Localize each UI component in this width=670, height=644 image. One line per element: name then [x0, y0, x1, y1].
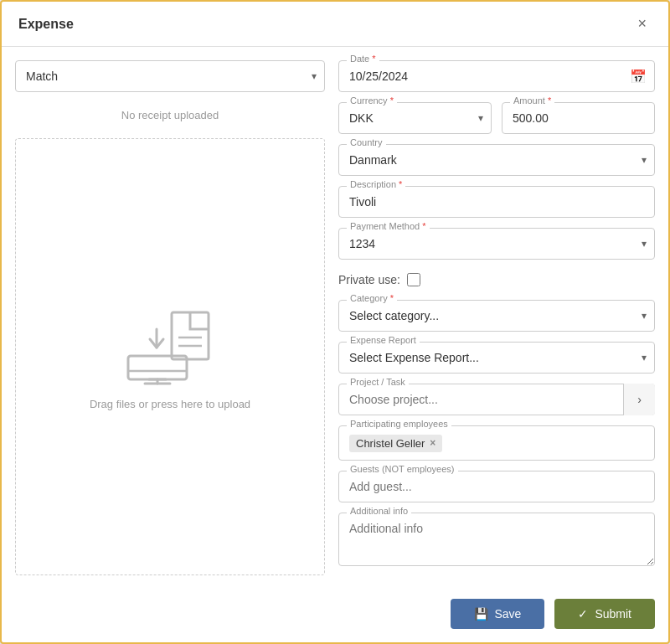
expense-report-label: Expense Report	[347, 335, 420, 345]
employee-name: Christel Geller	[356, 437, 425, 450]
participating-field-group: Participating employees Christel Geller …	[338, 425, 655, 461]
payment-method-field-group: Payment Method * 1234 ▾	[338, 228, 655, 260]
employees-field: Christel Geller ×	[338, 425, 655, 461]
category-field-group: Category * Select category... ▾	[338, 300, 655, 332]
right-panel: Date * 📅 Currency * DKK ▾	[338, 60, 655, 575]
project-arrow-button[interactable]: ›	[623, 384, 655, 415]
category-select[interactable]: Select category...	[338, 300, 655, 332]
guests-input[interactable]	[338, 471, 655, 502]
project-task-input[interactable]	[338, 384, 655, 415]
guests-field-group: Guests (NOT employees)	[338, 471, 655, 502]
check-icon: ✓	[578, 607, 588, 621]
dialog-body: Match ▾ No receipt uploaded	[2, 47, 668, 589]
description-label: Description *	[347, 179, 405, 189]
amount-input[interactable]	[502, 102, 655, 134]
save-icon: 💾	[474, 607, 488, 621]
additional-info-field-group: Additional info	[338, 513, 655, 569]
amount-field-group: Amount *	[502, 102, 655, 134]
dialog-header: Expense ×	[2, 2, 668, 47]
category-label: Category *	[347, 293, 397, 303]
submit-button[interactable]: ✓ Submit	[554, 599, 655, 629]
expense-report-select[interactable]: Select Expense Report...	[338, 342, 655, 374]
project-task-label: Project / Task	[347, 377, 409, 387]
date-input[interactable]	[338, 60, 655, 92]
country-field-group: Country Danmark ▾	[338, 144, 655, 176]
country-label: Country	[347, 137, 386, 147]
currency-amount-row: Currency * DKK ▾ Amount *	[338, 102, 655, 134]
no-receipt-text: No receipt uploaded	[15, 102, 325, 128]
description-field-group: Description *	[338, 186, 655, 218]
date-field-group: Date * 📅	[338, 60, 655, 92]
private-use-checkbox[interactable]	[407, 273, 420, 286]
payment-method-label: Payment Method *	[347, 221, 430, 231]
payment-method-select[interactable]: 1234	[338, 228, 655, 260]
upload-text: Drag files or press here to upload	[90, 398, 250, 410]
additional-info-label: Additional info	[347, 506, 411, 516]
upload-icon	[120, 304, 220, 388]
description-input[interactable]	[338, 186, 655, 218]
dialog-footer: 💾 Save ✓ Submit	[2, 589, 668, 642]
save-button[interactable]: 💾 Save	[451, 599, 545, 629]
amount-label: Amount *	[510, 95, 554, 106]
close-button[interactable]: ×	[632, 13, 652, 34]
expense-report-field-group: Expense Report Select Expense Report... …	[338, 342, 655, 374]
expense-dialog: Expense × Match ▾ No receipt uploaded	[0, 0, 670, 644]
left-panel: Match ▾ No receipt uploaded	[15, 60, 325, 575]
currency-field-group: Currency * DKK ▾	[338, 102, 492, 134]
match-select-wrapper: Match ▾	[15, 60, 325, 92]
match-select[interactable]: Match	[15, 60, 325, 92]
currency-select[interactable]: DKK	[338, 102, 492, 134]
upload-area[interactable]: Drag files or press here to upload	[15, 138, 325, 575]
country-select[interactable]: Danmark	[338, 144, 655, 176]
private-use-label: Private use:	[338, 273, 400, 286]
save-label: Save	[495, 607, 522, 621]
participating-label: Participating employees	[347, 419, 451, 429]
currency-label: Currency *	[347, 95, 397, 106]
private-use-row: Private use:	[338, 270, 655, 290]
additional-info-textarea[interactable]	[338, 513, 655, 566]
project-task-field-group: Project / Task ›	[338, 384, 655, 415]
submit-label: Submit	[595, 607, 631, 621]
dialog-title: Expense	[18, 17, 74, 32]
employee-tag-remove[interactable]: ×	[430, 437, 436, 449]
date-label: Date *	[347, 54, 379, 64]
employee-tag: Christel Geller ×	[349, 435, 442, 452]
guests-label: Guests (NOT employees)	[347, 464, 458, 474]
